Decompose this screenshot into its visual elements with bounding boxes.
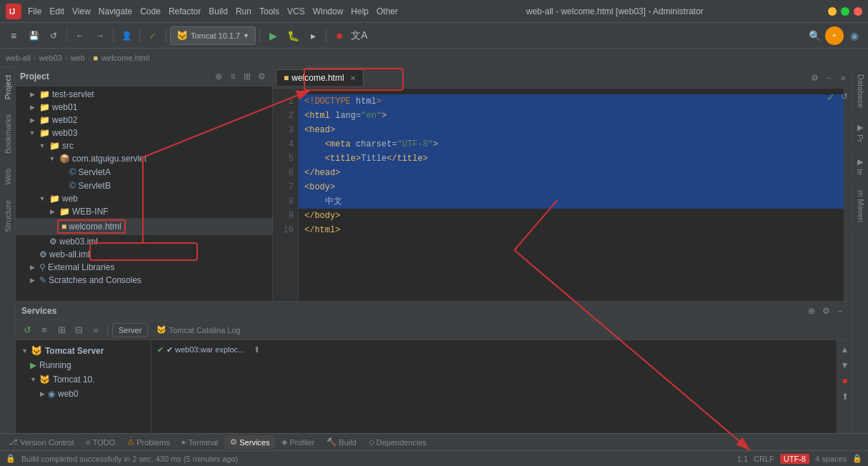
left-tab-project[interactable]: Project <box>1 67 14 106</box>
menu-tools[interactable]: Tools <box>256 5 283 18</box>
services-server-item[interactable]: ▼ 🐱 Tomcat Server <box>16 343 151 358</box>
services-add-icon[interactable]: ⊕ <box>805 304 818 317</box>
bottom-tab-services[interactable]: ⚙ Services <box>224 435 275 449</box>
close-button[interactable] <box>854 7 862 16</box>
services-list-icon[interactable]: ≡ <box>37 323 51 337</box>
menu-refactor[interactable]: Refactor <box>165 5 204 18</box>
breadcrumb-item-1[interactable]: web03 <box>39 54 62 62</box>
far-right-tab-database[interactable]: Database <box>854 67 867 116</box>
editor-expand-icon[interactable]: » <box>837 71 849 84</box>
left-tab-structure[interactable]: Structure <box>1 192 14 239</box>
stop-button[interactable]: ■ <box>330 26 349 45</box>
far-right-tab-pr[interactable]: ▶ Pr <box>854 116 867 150</box>
bottom-tab-profiler[interactable]: ◈ Profiler <box>276 435 320 449</box>
coverage-button[interactable]: ▸ <box>304 26 322 45</box>
translate-button[interactable]: 文A <box>350 26 369 45</box>
project-settings-icon[interactable]: ⚙ <box>255 70 268 83</box>
line-separator[interactable]: CRLF <box>754 455 774 463</box>
menu-view[interactable]: View <box>69 5 94 18</box>
tree-item-servletA[interactable]: ▶ © ServletA <box>16 165 272 179</box>
breadcrumb-item-2[interactable]: web <box>71 54 85 62</box>
services-deploy-icon[interactable]: ⬆ <box>839 390 852 403</box>
bottom-tab-version-control[interactable]: ⎇ Version Control <box>3 435 79 449</box>
tree-item-web02[interactable]: ▶ 📁 web02 <box>16 114 272 127</box>
menu-run[interactable]: Run <box>232 5 255 18</box>
bottom-tab-build[interactable]: 🔨 Build <box>321 435 361 449</box>
left-tab-bookmarks[interactable]: Bookmarks <box>1 106 14 161</box>
expand-all-icon[interactable]: ⊞ <box>241 70 254 83</box>
services-running-item[interactable]: ▶ Running <box>16 358 151 372</box>
toolbar-save-button[interactable]: 💾 <box>24 26 43 45</box>
breadcrumb-item-0[interactable]: web-all <box>6 54 31 62</box>
cursor-position[interactable]: 1:1 <box>737 455 748 463</box>
run-button[interactable]: ▶ <box>264 26 282 45</box>
debug-button[interactable]: 🐛 <box>284 26 302 45</box>
tab-close-icon[interactable]: ✕ <box>350 74 356 82</box>
editor-refresh-icon[interactable]: ↺ <box>841 91 848 101</box>
bottom-tab-dependencies[interactable]: ◇ Dependencies <box>363 435 432 449</box>
services-group-icon[interactable]: ⊟ <box>71 323 86 337</box>
menu-other[interactable]: Other <box>373 5 401 18</box>
toolbar-user-button[interactable]: 👤 <box>117 26 136 45</box>
tree-item-scratches[interactable]: ▶ ✎ Scratches and Consoles <box>16 274 272 287</box>
search-button[interactable]: 🔍 <box>805 26 824 45</box>
toolbar-new-button[interactable]: ≡ <box>4 26 23 45</box>
menu-build[interactable]: Build <box>205 5 231 18</box>
left-tab-web[interactable]: Web <box>1 161 14 192</box>
code-content[interactable]: <!DOCTYPE html> <html lang="en"> <head> … <box>299 89 844 301</box>
tree-item-servletB[interactable]: ▶ © ServletB <box>16 179 272 192</box>
breadcrumb-item-3[interactable]: ■ welcome.html <box>93 54 149 62</box>
services-web-item[interactable]: ▶ ◉ web0 <box>16 387 151 401</box>
menu-code[interactable]: Code <box>136 5 164 18</box>
bottom-tab-problems[interactable]: ⚠ Problems <box>121 435 175 449</box>
far-right-tab-maven[interactable]: m Maven <box>854 183 867 230</box>
menu-vcs[interactable]: VCS <box>284 5 309 18</box>
account-button[interactable]: ◉ <box>845 26 864 45</box>
services-close-icon[interactable]: − <box>834 304 847 317</box>
services-more-icon[interactable]: » <box>89 323 103 337</box>
bottom-tab-terminal[interactable]: ▸ Terminal <box>176 435 224 449</box>
menu-file[interactable]: File <box>24 5 45 18</box>
menu-edit[interactable]: Edit <box>46 5 68 18</box>
editor-minimize-icon[interactable]: − <box>822 71 835 84</box>
editor-scrollbar[interactable] <box>844 89 852 301</box>
menu-help[interactable]: Help <box>347 5 372 18</box>
services-settings-icon[interactable]: ⚙ <box>819 304 832 317</box>
services-log-tab-server[interactable]: Server <box>112 323 148 337</box>
tomcat-config-selector[interactable]: 🐱 Tomcat 10.1.7 ▼ <box>170 26 256 45</box>
toolbar-sync-button[interactable]: ↺ <box>44 26 63 45</box>
menu-navigate[interactable]: Navigate <box>95 5 136 18</box>
minimize-button[interactable] <box>828 7 837 16</box>
maximize-button[interactable] <box>841 7 849 16</box>
services-down-icon[interactable]: ▼ <box>839 359 852 372</box>
services-tree-icon[interactable]: ⊞ <box>54 323 69 337</box>
collapse-all-icon[interactable]: ≡ <box>226 70 239 83</box>
tree-item-web-all-iml[interactable]: ▶ ⚙ web-all.iml <box>16 248 272 261</box>
bottom-tab-todo[interactable]: ≡ TODO <box>80 436 121 449</box>
indent-label[interactable]: 4 spaces <box>815 455 847 463</box>
tree-item-web[interactable]: ▼ 📁 web <box>16 192 272 205</box>
services-tomcat-version-item[interactable]: ▼ 🐱 Tomcat 10. <box>16 372 151 387</box>
tree-item-web03-iml[interactable]: ▶ ⚙ web03.iml <box>16 235 272 248</box>
tree-item-ext-libs[interactable]: ▶ ⚲ External Libraries <box>16 261 272 274</box>
toolbar-forward-button[interactable]: → <box>91 26 109 45</box>
deploy-action-1[interactable]: ⬆ <box>250 343 263 356</box>
tree-item-com[interactable]: ▼ 📦 com.atguigu.servlet <box>16 152 272 165</box>
tree-item-src[interactable]: ▼ 📁 src <box>16 139 272 152</box>
toolbar-vcs-button[interactable]: ✓ <box>144 26 162 45</box>
editor-settings-icon[interactable]: ⚙ <box>808 71 821 84</box>
tree-item-web03[interactable]: ▼ 📁 web03 <box>16 127 272 139</box>
encoding-badge[interactable]: UTF-8 <box>780 454 809 464</box>
menu-window[interactable]: Window <box>309 5 347 18</box>
tree-item-webinf[interactable]: ▶ 📁 WEB-INF <box>16 205 272 218</box>
tree-item-test-servlet[interactable]: ▶ 📁 test-servlet <box>16 88 272 101</box>
tree-item-welcome-html[interactable]: ▶ ■ welcome.html <box>16 218 272 235</box>
services-log-tab-catalina[interactable]: 🐱 Tomcat Catalina Log <box>151 323 246 337</box>
far-right-tab-te[interactable]: ▶ te <box>854 150 867 183</box>
toolbar-back-button[interactable]: ← <box>71 26 89 45</box>
new-element-icon[interactable]: ⊕ <box>212 70 225 83</box>
services-run-icon[interactable]: ↺ <box>20 323 34 337</box>
tree-item-web01[interactable]: ▶ 📁 web01 <box>16 101 272 114</box>
editor-tab-welcome[interactable]: ■ welcome.html ✕ <box>276 69 364 86</box>
services-stop-icon[interactable]: ■ <box>839 375 852 387</box>
